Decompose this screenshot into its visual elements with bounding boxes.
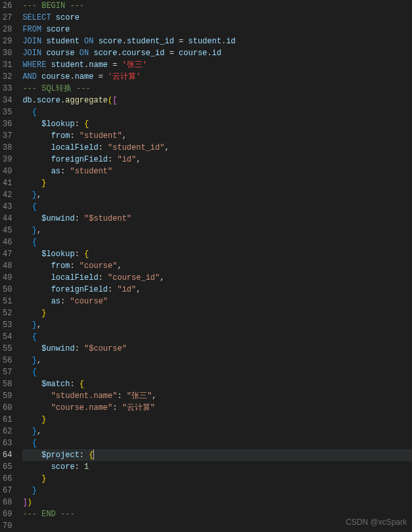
code-line[interactable]: }, [22,189,412,201]
code-line[interactable]: ]) [22,497,412,508]
code-line[interactable]: $project: { [22,449,412,461]
token-brace: } [41,179,46,188]
code-line[interactable]: { [22,106,412,118]
token-white [80,37,84,46]
token-ident: course [41,72,70,81]
token-white [80,250,84,259]
token-white [22,226,32,235]
code-line[interactable]: WHERE student.name = '张三' [22,59,412,71]
line-number: 70 [3,520,12,532]
code-line[interactable]: } [22,485,412,497]
token-kw: JOIN [22,49,41,58]
code-line[interactable]: } [22,414,412,426]
line-number: 38 [3,142,12,154]
code-line[interactable]: from: "student", [22,130,412,142]
code-line[interactable]: $match: { [22,378,412,390]
token-punc: . [122,37,127,46]
token-ident: student [46,37,79,46]
code-line[interactable]: }, [22,355,412,366]
token-white [22,179,41,188]
code-line[interactable]: $unwind: "$student" [22,213,412,225]
code-line[interactable]: --- SQL转换 --- [22,83,412,95]
code-line[interactable]: }, [22,426,412,437]
token-white [22,391,51,401]
code-line[interactable]: $unwind: "$course" [22,343,412,355]
code-area[interactable]: --- BEGIN ---SELECT scoreFROM scoreJOIN … [18,0,412,532]
line-number: 47 [3,248,12,260]
code-line[interactable]: as: "student" [22,166,412,177]
code-line[interactable]: } [22,473,412,485]
token-comment: --- END --- [22,510,74,519]
code-line[interactable]: { [22,437,412,449]
code-line[interactable]: score: 1 [22,461,412,473]
token-white [22,273,51,282]
token-white [103,72,108,81]
token-str: "course.name" [51,403,113,412]
token-kw: AND [22,72,37,81]
code-line[interactable]: { [22,201,412,213]
line-number: 49 [3,272,12,284]
token-ident: from [51,131,70,141]
line-number: 48 [3,260,12,272]
token-ident: as [51,297,60,306]
token-white [164,49,169,58]
code-line[interactable]: JOIN course ON score.course_id = course.… [22,47,412,59]
token-brace: } [41,309,46,318]
token-brace3: } [32,321,37,330]
token-ident: db [22,96,32,105]
token-punc: , [164,143,169,152]
code-line[interactable]: as: "course" [22,296,412,307]
token-brace2: ] [22,498,27,507]
line-number: 31 [3,59,12,71]
code-line[interactable]: localField: "student_id", [22,142,412,154]
token-white [22,131,51,141]
token-ident: score [56,13,80,22]
code-line[interactable]: { [22,331,412,343]
code-editor[interactable]: 2627282930313233343536373839404142434445… [0,0,412,532]
token-brace: { [89,451,93,460]
code-line[interactable]: JOIN student ON score.student_id = stude… [22,35,412,47]
code-line[interactable]: $lookup: { [22,118,412,130]
code-line[interactable]: from: "course", [22,260,412,272]
line-number-gutter: 2627282930313233343536373839404142434445… [0,0,18,532]
line-number: 45 [3,225,12,236]
line-number: 39 [3,154,12,166]
token-white [22,415,41,424]
code-line[interactable]: "course.name": "云计算" [22,402,412,414]
token-kw: ON [80,49,89,58]
code-line[interactable]: "student.name": "张三", [22,390,412,402]
token-brace: } [41,415,46,424]
code-line[interactable]: SELECT score [22,12,412,24]
token-ident: as [51,167,60,176]
code-line[interactable]: { [22,366,412,378]
code-line[interactable]: db.score.aggregate([ [22,95,412,106]
token-str: "student_id" [108,143,164,152]
code-line[interactable]: } [22,307,412,319]
token-white [80,344,84,353]
token-punc: , [160,273,164,282]
code-line[interactable]: } [22,177,412,189]
token-white [22,451,41,460]
line-number: 33 [3,83,12,95]
code-line[interactable]: FROM score [22,24,412,35]
code-line[interactable]: localField: "course_id", [22,272,412,284]
line-number: 66 [3,473,12,485]
code-line[interactable]: }, [22,319,412,331]
token-white [75,131,80,141]
code-line[interactable]: AND course.name = '云计算' [22,71,412,83]
line-number: 55 [3,343,12,355]
line-number: 42 [3,189,12,201]
token-comment: --- BEGIN --- [22,1,84,11]
code-line[interactable]: $lookup: { [22,248,412,260]
token-punc: , [136,155,141,164]
code-line[interactable]: --- BEGIN --- [22,0,412,12]
code-line[interactable]: foreignField: "id", [22,284,412,296]
code-line[interactable]: { [22,236,412,248]
token-white [80,120,84,129]
token-white [22,486,32,495]
token-ident: foreignField [51,285,108,294]
code-line[interactable]: foreignField: "id", [22,154,412,166]
line-number: 63 [3,437,12,449]
token-brace2: [ [112,96,117,105]
code-line[interactable]: }, [22,225,412,236]
